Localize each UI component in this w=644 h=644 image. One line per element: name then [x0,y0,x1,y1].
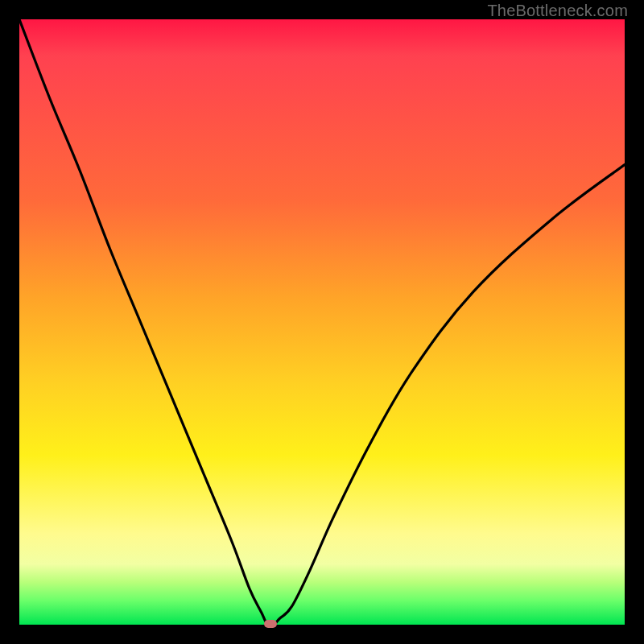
plot-area [19,19,625,625]
chart-frame: TheBottleneck.com [0,0,644,644]
watermark-text: TheBottleneck.com [487,2,628,20]
optimal-marker [264,620,277,628]
bottleneck-curve [19,19,625,625]
